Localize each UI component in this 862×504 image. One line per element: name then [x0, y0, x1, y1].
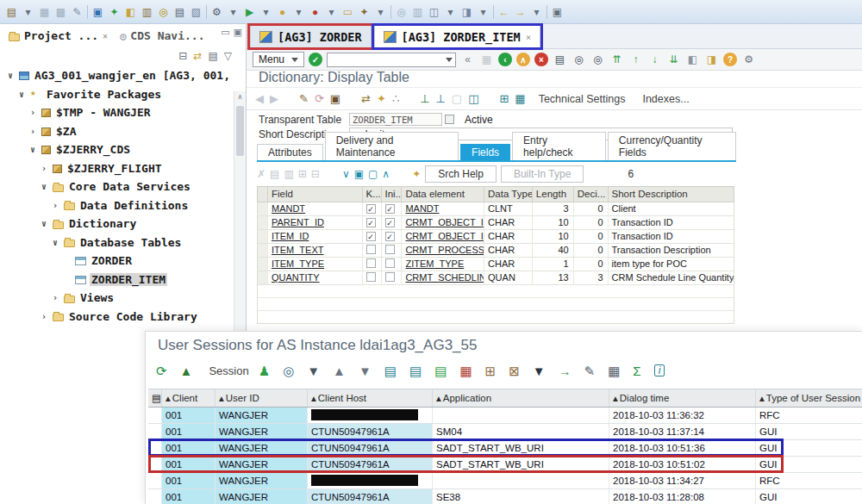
fields-column-header[interactable]: Deci... — [574, 187, 609, 202]
open-folder-icon[interactable]: ▭ — [341, 7, 354, 17]
row-selector[interactable] — [148, 440, 162, 456]
key-icon[interactable]: ✦ — [412, 169, 421, 179]
save-icon[interactable]: ▦ — [38, 7, 51, 17]
sessions-column-header[interactable]: ▴ User ID — [216, 389, 308, 407]
initial-cell[interactable] — [382, 271, 403, 284]
previous-page-icon[interactable]: ↑ — [628, 53, 643, 67]
tree-item[interactable]: › $ZA — [0, 122, 246, 141]
print-icon[interactable]: ▤ — [173, 7, 186, 17]
key-cell[interactable] — [363, 244, 382, 257]
fields-column-header[interactable]: Data Type — [484, 187, 533, 202]
tree-expander-icon[interactable]: ∨ — [39, 219, 49, 228]
select-block-icon[interactable]: ▢ — [368, 169, 378, 179]
tree-expander-icon[interactable]: ∨ — [50, 238, 60, 247]
sessions-toolbar-item[interactable]: ♟ — [259, 364, 273, 377]
key-checkbox[interactable] — [366, 258, 376, 268]
drag-handle-icon[interactable] — [445, 115, 454, 124]
sessions-toolbar-item[interactable]: Session — [205, 364, 248, 377]
fields-column-header[interactable]: Length — [533, 187, 574, 202]
tab-close-icon[interactable]: × — [526, 32, 532, 43]
sessions-toolbar-item[interactable]: ◎ — [283, 364, 297, 377]
sessions-toolbar-item[interactable]: ✎ — [584, 364, 599, 377]
sessions-toolbar-item[interactable]: ▦ — [608, 364, 623, 377]
tree-item[interactable]: ∨ Dictionary — [0, 215, 246, 233]
initial-checkbox[interactable] — [385, 272, 395, 282]
field-name-link[interactable]: ITEM_TEXT — [268, 244, 363, 257]
tree-item[interactable]: ZORDER_ITEM — [0, 271, 246, 289]
editor-tab[interactable]: [AG3] ZORDER_ITEM × — [374, 25, 541, 48]
customize-layout-icon[interactable]: ⚙ — [741, 53, 756, 67]
toolbar-icon[interactable] — [390, 5, 391, 19]
session-row[interactable]: 001 WANGJER 2018-10-03 11:36:32 RFC — [148, 408, 862, 424]
dictionary-tab[interactable]: Entry help/check — [512, 132, 606, 160]
row-selector[interactable] — [148, 457, 162, 472]
dictionary-toolbar-button[interactable]: Technical Settings — [532, 93, 633, 105]
initial-checkbox[interactable] — [385, 218, 395, 227]
search-icon[interactable]: ◎ — [395, 7, 408, 17]
menu-button[interactable]: Menu — [253, 52, 304, 67]
new-wizard-icon[interactable]: ▤ — [5, 7, 18, 17]
fields-column-header[interactable]: K... — [363, 187, 382, 202]
data-element-link[interactable]: MANDT — [402, 202, 484, 215]
sessions-toolbar-item[interactable]: ▤ — [409, 364, 425, 377]
hierarchy-icon[interactable]: ⊥ — [420, 93, 429, 104]
key-checkbox[interactable] — [366, 272, 376, 282]
command-field[interactable] — [327, 53, 456, 67]
save-all-icon[interactable]: ▩ — [54, 7, 67, 17]
sessions-toolbar-item[interactable]: i — [654, 364, 669, 376]
insert-line-icon[interactable]: ⊞ — [298, 169, 307, 179]
chevron-down-icon[interactable] — [446, 58, 453, 62]
insert-row-icon[interactable]: ▣ — [354, 169, 364, 179]
open-object-icon[interactable]: ▥ — [141, 7, 153, 17]
initial-checkbox[interactable] — [385, 232, 395, 241]
exit-icon[interactable]: ∧ — [516, 53, 530, 66]
dictionary-tab[interactable]: Currency/Quantity Fields — [608, 132, 736, 160]
collapse-all-icon[interactable]: ∧ — [382, 169, 390, 179]
tree-item[interactable]: ∨ Core Data Services — [0, 177, 246, 196]
focus-icon[interactable]: ▤ — [208, 51, 217, 61]
tree-expander-icon[interactable]: ∨ — [39, 182, 49, 191]
link-icon[interactable]: ◎ — [157, 7, 170, 17]
row-selector[interactable] — [148, 473, 162, 488]
initial-checkbox[interactable] — [385, 245, 395, 254]
toolbar-icon[interactable] — [206, 5, 207, 19]
sessions-toolbar-item[interactable]: ⟳ — [156, 364, 171, 377]
sessions-toolbar-item[interactable]: ▲ — [333, 364, 349, 377]
initial-cell[interactable] — [382, 216, 403, 229]
field-name-link[interactable]: QUANTITY — [268, 271, 363, 284]
fields-column-header[interactable]: Ini... — [382, 187, 403, 202]
sessions-toolbar-item[interactable]: ▤ — [384, 364, 400, 377]
refresh-icon[interactable]: ⟳ — [315, 93, 324, 104]
field-row[interactable]: MANDT MANDT CLNT 3 0 Client — [257, 202, 734, 216]
search-help-button[interactable]: Srch Help — [425, 165, 497, 183]
abap-object-icon[interactable]: ▣ — [91, 7, 104, 17]
dictionary-tab[interactable]: Delivery and Maintenance — [325, 132, 459, 160]
key-cell[interactable] — [363, 202, 382, 215]
tree-expander-icon[interactable]: ∨ — [5, 71, 16, 80]
perspective-icon[interactable]: ◨ — [460, 7, 473, 17]
tree-expander-icon[interactable]: › — [50, 293, 60, 302]
tree-item[interactable]: ∨ Database Tables — [0, 233, 246, 252]
sessions-toolbar-item[interactable]: ⊠ — [509, 364, 523, 377]
expand-all-icon[interactable]: ∨ — [342, 169, 350, 179]
create-shortcut-icon[interactable]: ◨ — [704, 53, 719, 67]
last-page-icon[interactable]: ⇊ — [666, 53, 681, 67]
row-selector[interactable] — [258, 230, 268, 243]
sessions-toolbar-item[interactable]: ▦ — [459, 364, 475, 377]
display-change-icon[interactable]: ✎ — [299, 93, 309, 104]
dictionary-toolbar-button[interactable]: Indexes... — [635, 93, 696, 105]
data-element-link[interactable]: CRMT_SCHEDLIN_Q_ — [402, 271, 484, 284]
sort-hierarchy-icon[interactable]: ⊥ — [436, 93, 446, 104]
field-row[interactable]: ITEM_TEXT CRMT_PROCESS_DE_ CHAR 40 0 Tra… — [257, 244, 734, 258]
field-name-link[interactable]: ITEM_ID — [268, 230, 363, 243]
fields-column-header[interactable]: Short Description — [609, 187, 734, 202]
documentation-icon[interactable]: ◫ — [468, 93, 478, 104]
tree-item[interactable]: ∨ AG3_001_wangjer_en [AG3, 001, — [0, 66, 246, 85]
tree-item[interactable]: ∨ Favorite Packages — [0, 85, 246, 104]
external-tools-dropdown-icon[interactable]: ▾ — [374, 7, 387, 17]
sessions-toolbar-item[interactable]: ▼ — [533, 364, 549, 377]
tree-item[interactable]: › $TMP - WANGJER — [0, 103, 246, 122]
tree-item[interactable]: ZORDER — [0, 252, 246, 271]
find-next-icon[interactable]: ◎ — [590, 53, 605, 67]
field-row[interactable]: ITEM_TYPE ZITEM_TYPE CHAR 1 0 item type … — [257, 258, 734, 271]
